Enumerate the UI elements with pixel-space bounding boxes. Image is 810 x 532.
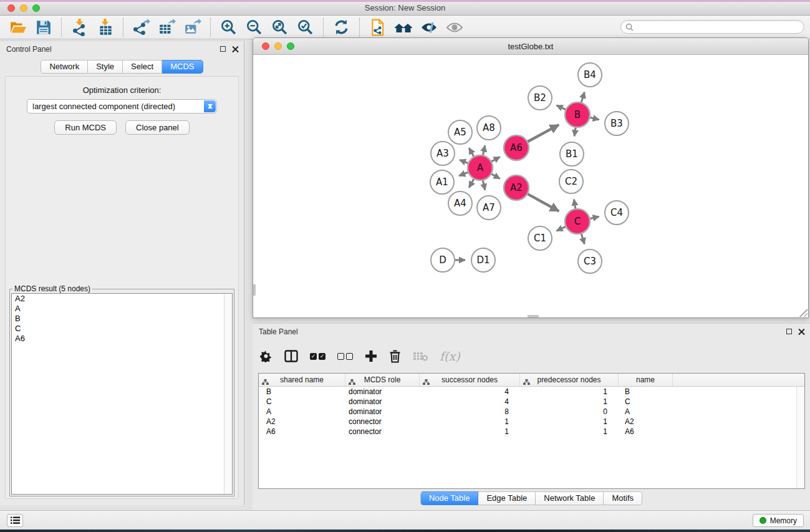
- close-panel-button[interactable]: Close panel: [125, 120, 190, 135]
- graph-node-A4[interactable]: A4: [448, 191, 472, 215]
- tab-network[interactable]: Network: [41, 60, 88, 74]
- graph-edge-B-B3[interactable]: [590, 117, 599, 119]
- result-item[interactable]: B: [12, 314, 232, 324]
- hide-graphics-details-icon[interactable]: [443, 17, 466, 38]
- graph-node-D1[interactable]: D1: [471, 248, 495, 272]
- graph-edge-C-C3[interactable]: [581, 233, 584, 244]
- graph-node-C2[interactable]: C2: [559, 170, 583, 193]
- network-graph[interactable]: AA1A2A3A4A5A6A7A8BB1B2B3B4CC1C2C3C4DD1: [253, 55, 808, 317]
- vertical-scroll-nub[interactable]: [253, 284, 256, 296]
- result-item[interactable]: A2: [12, 294, 232, 304]
- tab-node-table[interactable]: Node Table: [420, 491, 479, 505]
- graph-node-D[interactable]: D: [431, 248, 455, 272]
- column-header-name[interactable]: name: [619, 374, 673, 386]
- column-header-predecessor-nodes[interactable]: predecessor nodes: [520, 374, 619, 386]
- zoom-in-icon[interactable]: [217, 17, 240, 38]
- graph-node-A[interactable]: A: [468, 155, 493, 180]
- column-header-successor-nodes[interactable]: successor nodes: [420, 374, 520, 386]
- graph-node-A6[interactable]: A6: [504, 135, 529, 160]
- graph-edge-A-A5[interactable]: [469, 148, 474, 157]
- result-item[interactable]: A6: [12, 334, 232, 344]
- graph-edge-A-A6[interactable]: [491, 157, 500, 162]
- graph-node-C3[interactable]: C3: [578, 249, 602, 273]
- export-table-icon[interactable]: [155, 17, 178, 38]
- graph-node-B4[interactable]: B4: [578, 63, 602, 87]
- function-builder-icon[interactable]: f(x): [440, 349, 460, 363]
- show-column-icon[interactable]: [284, 350, 298, 362]
- graph-edge-B-B4[interactable]: [581, 92, 584, 103]
- optimization-criterion-select[interactable]: largest connected component (directed): [27, 99, 217, 114]
- apply-preferred-layout-icon[interactable]: [392, 17, 415, 38]
- graph-node-B2[interactable]: B2: [528, 86, 552, 110]
- show-graphics-details-icon[interactable]: [417, 17, 440, 38]
- float-panel-icon[interactable]: [220, 46, 226, 52]
- tab-network-table[interactable]: Network Table: [536, 491, 604, 505]
- refresh-view-icon[interactable]: [330, 17, 353, 38]
- result-scrollbar[interactable]: [224, 294, 232, 494]
- graph-node-C[interactable]: C: [565, 209, 590, 234]
- graph-edge-B-B2[interactable]: [556, 105, 566, 110]
- unselect-all-columns-icon[interactable]: [337, 353, 353, 360]
- table-row[interactable]: A2connector11A2: [259, 417, 804, 427]
- table-row[interactable]: Adominator80A: [259, 407, 804, 417]
- column-header-MCDS-role[interactable]: MCDS role: [345, 374, 420, 386]
- graph-edge-A2-C[interactable]: [528, 194, 559, 211]
- graph-edge-C-C2[interactable]: [574, 200, 575, 210]
- export-network-icon[interactable]: [130, 17, 153, 38]
- graph-edge-C-C1[interactable]: [556, 226, 566, 231]
- close-panel-icon[interactable]: [798, 328, 805, 335]
- tab-select[interactable]: Select: [123, 60, 162, 74]
- export-image-icon[interactable]: [181, 17, 204, 38]
- graph-node-A7[interactable]: A7: [477, 196, 501, 220]
- search-input[interactable]: [636, 22, 804, 31]
- table-scrollbar[interactable]: [796, 387, 804, 488]
- select-all-columns-icon[interactable]: ✓✓: [310, 353, 325, 360]
- graph-edge-A-A4[interactable]: [469, 178, 474, 187]
- tab-edge-table[interactable]: Edge Table: [478, 491, 536, 505]
- graph-node-A5[interactable]: A5: [448, 120, 472, 144]
- graph-node-B3[interactable]: B3: [605, 112, 629, 135]
- graph-node-A8[interactable]: A8: [477, 116, 501, 140]
- task-history-button[interactable]: [7, 514, 23, 527]
- graph-node-B1[interactable]: B1: [560, 142, 584, 166]
- graph-node-A2[interactable]: A2: [504, 175, 529, 200]
- memory-button[interactable]: Memory: [753, 514, 804, 527]
- table-row[interactable]: Cdominator41C: [259, 397, 804, 407]
- tab-mcds[interactable]: MCDS: [162, 60, 203, 74]
- graph-edge-B-B1[interactable]: [574, 127, 576, 136]
- graph-node-B[interactable]: B: [565, 102, 590, 127]
- zoom-out-icon[interactable]: [243, 17, 266, 38]
- graph-node-C1[interactable]: C1: [528, 226, 552, 250]
- graph-edge-A-A7[interactable]: [483, 180, 485, 190]
- search-box[interactable]: [620, 20, 804, 34]
- network-window-titlebar[interactable]: testGlobe.txt: [253, 38, 808, 55]
- graph-edge-A-A1[interactable]: [459, 172, 468, 176]
- graph-node-A1[interactable]: A1: [430, 170, 454, 194]
- import-table-icon[interactable]: [94, 17, 117, 38]
- graph-edge-A-A2[interactable]: [491, 174, 500, 179]
- result-item[interactable]: A: [12, 304, 232, 314]
- open-file-icon[interactable]: [6, 17, 29, 38]
- delete-columns-icon[interactable]: [389, 350, 401, 363]
- network-canvas[interactable]: AA1A2A3A4A5A6A7A8BB1B2B3B4CC1C2C3C4DD1: [253, 55, 808, 317]
- close-panel-icon[interactable]: [232, 46, 239, 52]
- save-session-icon[interactable]: [32, 17, 55, 38]
- table-options-icon[interactable]: [260, 350, 272, 362]
- table-row[interactable]: A6connector11A6: [259, 427, 804, 437]
- zoom-selected-icon[interactable]: [294, 17, 317, 38]
- create-network-from-file-icon[interactable]: [366, 17, 389, 38]
- graph-edge-C-C4[interactable]: [590, 216, 599, 218]
- float-panel-icon[interactable]: [786, 329, 792, 334]
- column-header-shared-name[interactable]: shared name: [259, 374, 345, 386]
- result-item[interactable]: C: [12, 324, 232, 334]
- horizontal-scroll-nub[interactable]: [528, 315, 539, 317]
- delete-table-icon[interactable]: [413, 351, 428, 361]
- graph-node-A3[interactable]: A3: [431, 142, 455, 165]
- graph-edge-A-A8[interactable]: [483, 145, 485, 155]
- tab-motifs[interactable]: Motifs: [604, 491, 642, 505]
- graph-edge-A6-B[interactable]: [528, 125, 559, 142]
- run-mcds-button[interactable]: Run MCDS: [54, 120, 117, 135]
- tab-style[interactable]: Style: [88, 60, 123, 74]
- graph-node-C4[interactable]: C4: [605, 201, 629, 225]
- graph-edge-A-A3[interactable]: [460, 160, 468, 163]
